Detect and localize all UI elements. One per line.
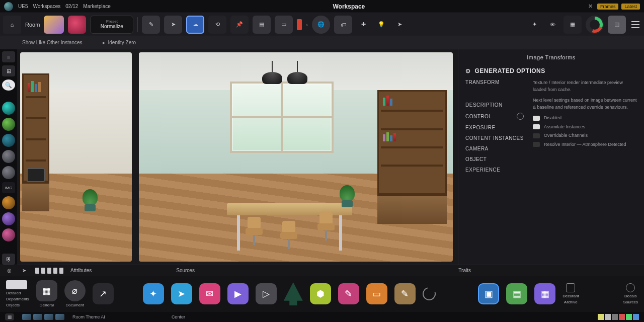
strip-label-mid[interactable]: Sources — [176, 268, 195, 273]
asset-tile[interactable]: ▭ — [366, 283, 387, 304]
detail-row[interactable]: Assimilate Instances — [533, 124, 637, 131]
strip-label-left[interactable]: Attributes — [70, 268, 92, 273]
asset-tile[interactable]: ▷ — [256, 283, 277, 304]
viewport-menu-icon[interactable] — [120, 55, 129, 62]
asset-doc[interactable]: ⌀ — [64, 280, 86, 301]
asset-tree-icon[interactable] — [284, 282, 303, 305]
asset-general[interactable]: ▦ — [36, 280, 57, 301]
window-title: Workspace — [116, 3, 582, 10]
globe-tool-icon[interactable]: 🌐 — [312, 16, 330, 34]
bulb-icon[interactable]: 💡 — [374, 18, 388, 32]
rail-search-icon[interactable]: 🔍 — [2, 79, 15, 91]
rail-badge-icon[interactable]: IMG — [2, 182, 15, 193]
eye-icon[interactable]: 👁 — [545, 18, 559, 32]
refresh-icon[interactable] — [420, 285, 438, 303]
pointer-icon[interactable]: ➤ — [20, 267, 28, 275]
asset-strip: Detailed Departments Objects ▦General ⌀D… — [0, 276, 644, 312]
pin-tool-icon[interactable]: 📌 — [230, 16, 249, 34]
rail-orb-pink-icon[interactable] — [2, 228, 15, 242]
prop-row[interactable]: CONTENT INSTANCES — [465, 135, 524, 141]
asset-col-label: Detailed — [6, 291, 29, 295]
prop-row[interactable]: EXPERIENCE — [465, 167, 524, 173]
rail-shield-icon[interactable]: ⛨ — [2, 254, 15, 265]
record-icon[interactable] — [297, 19, 302, 30]
asset-tile[interactable]: ▣ — [478, 283, 499, 304]
footer-text-b: Center — [172, 314, 185, 319]
asset-tile[interactable]: ✎ — [394, 283, 416, 304]
strip-side-b[interactable]: DecalsSources — [623, 283, 638, 304]
separator — [137, 17, 138, 32]
strip-side-a[interactable]: DecorantArchive — [562, 283, 579, 304]
panel-toggle-icon[interactable]: ◫ — [608, 16, 626, 34]
brush-tool-icon[interactable]: ✎ — [142, 16, 160, 34]
sub-option-b[interactable]: ▸Identity Zero — [103, 40, 136, 45]
hamburger-icon[interactable] — [630, 19, 641, 30]
inspector-panel: Image Transforms ⊙ GENERATED OPTIONS TRA… — [458, 49, 644, 265]
detail-row[interactable]: Resolve Interior — Atmosphere Detected — [533, 141, 637, 148]
detail-row[interactable]: Disabled — [533, 115, 637, 122]
viewport-main[interactable] — [139, 52, 453, 262]
asset-tile[interactable]: ▤ — [506, 283, 527, 304]
inspector-section-title[interactable]: ⊙ GENERATED OPTIONS — [465, 67, 637, 74]
screen-tool-icon[interactable]: ▭ — [275, 16, 293, 34]
tag-tool-icon[interactable]: 🏷 — [334, 16, 352, 34]
viewport-secondary[interactable] — [20, 52, 132, 262]
app-name: UE5 — [18, 4, 28, 9]
asset-tile[interactable]: ▦ — [534, 283, 555, 304]
asset-launch[interactable]: ↗ — [93, 283, 114, 304]
variant-preview-icon[interactable] — [68, 16, 86, 34]
cloud-tool-icon[interactable]: ☁ — [186, 16, 204, 34]
rail-orb-cyan-icon[interactable] — [2, 102, 15, 115]
prop-row[interactable]: CONTROL — [465, 113, 524, 120]
arrow-tool-icon[interactable]: ➤ — [164, 16, 182, 34]
strip-label-right[interactable]: Traits — [458, 268, 471, 273]
detail-text: Texture / Interior render intermediate p… — [533, 79, 637, 93]
send-icon[interactable]: ➤ — [392, 18, 407, 32]
status-bar: ▦ Room Theme AI Center — [0, 312, 644, 322]
asset-tile[interactable]: ✉ — [199, 283, 220, 304]
prop-row[interactable]: EXPOSURE — [465, 125, 524, 130]
asset-cursor-icon[interactable] — [6, 280, 27, 289]
menu-marketplace[interactable]: Marketplace — [83, 4, 110, 9]
rail-orb-orange-icon[interactable] — [2, 196, 15, 209]
mode-dropdown[interactable]: Preset Normalize — [90, 16, 133, 34]
prop-row[interactable]: CAMERA — [465, 146, 524, 151]
plus-icon[interactable]: ✚ — [356, 18, 370, 32]
sub-option-a[interactable]: Show Like Other Instances — [22, 40, 83, 45]
rail-orb-grey-icon[interactable] — [2, 150, 15, 163]
thumbnail-preview-icon[interactable] — [44, 16, 64, 34]
color-swatches[interactable] — [598, 314, 639, 320]
prop-row[interactable]: TRANSFORM — [465, 79, 524, 85]
target-icon[interactable]: ◎ — [5, 267, 13, 275]
home-button[interactable]: ⌂ — [3, 16, 21, 34]
viewport-menu-icon[interactable] — [441, 55, 450, 62]
spark-icon[interactable]: ✦ — [527, 18, 541, 32]
menu-workspaces[interactable]: Workspaces — [33, 4, 60, 9]
prop-row[interactable]: DESCRIPTION — [465, 102, 524, 108]
footer-grid-icon[interactable]: ▦ — [5, 313, 14, 320]
rail-orb-teal-icon[interactable] — [2, 134, 15, 147]
asset-tile[interactable]: ▶ — [227, 283, 249, 304]
rail-orb-grey2-icon[interactable] — [2, 166, 15, 179]
footer-thumbs — [22, 314, 64, 320]
rotate-tool-icon[interactable]: ⟲ — [208, 16, 226, 34]
rail-menu-icon[interactable]: ≡ — [2, 51, 15, 62]
detail-row[interactable]: Overridable Channels — [533, 132, 637, 139]
prop-row[interactable]: OBJECT — [465, 156, 524, 162]
rail-orb-purple-icon[interactable] — [2, 212, 15, 225]
asset-tile[interactable]: ✎ — [338, 283, 359, 304]
box-icon — [566, 283, 575, 292]
grid-icon[interactable]: ▦ — [564, 16, 582, 34]
layout-tool-icon[interactable]: ▤ — [253, 16, 271, 34]
close-icon[interactable]: ✕ — [587, 3, 594, 10]
reset-icon[interactable] — [517, 113, 524, 120]
performance-gauge-icon[interactable] — [586, 16, 604, 34]
asset-tile[interactable]: ➤ — [171, 283, 192, 304]
swatch-icon — [533, 124, 540, 129]
rail-orb-green-icon[interactable] — [2, 118, 15, 131]
asset-tile[interactable]: ⬢ — [310, 283, 331, 304]
badge-latest: Latest — [621, 4, 640, 10]
asset-tile[interactable]: ✦ — [143, 283, 164, 304]
inspector-details: Texture / Interior render intermediate p… — [533, 79, 637, 173]
rail-table-icon[interactable]: ⊞ — [2, 65, 15, 76]
